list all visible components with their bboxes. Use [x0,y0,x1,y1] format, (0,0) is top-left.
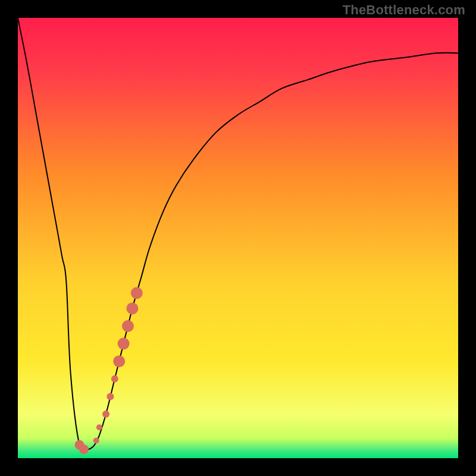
highlight-point [126,302,138,314]
gradient-background [18,18,458,458]
watermark-text: TheBottleneck.com [343,2,465,18]
highlight-point [102,411,109,418]
chart-frame: TheBottleneck.com [0,0,476,476]
highlight-point [96,424,102,430]
highlight-point [113,355,125,367]
highlight-point [122,320,134,332]
bottleneck-chart [0,0,476,476]
highlight-point [118,338,130,350]
highlight-point [93,437,99,443]
highlight-point [131,287,143,299]
highlight-point [107,393,114,400]
highlight-point [111,375,118,383]
highlight-point [79,444,89,454]
